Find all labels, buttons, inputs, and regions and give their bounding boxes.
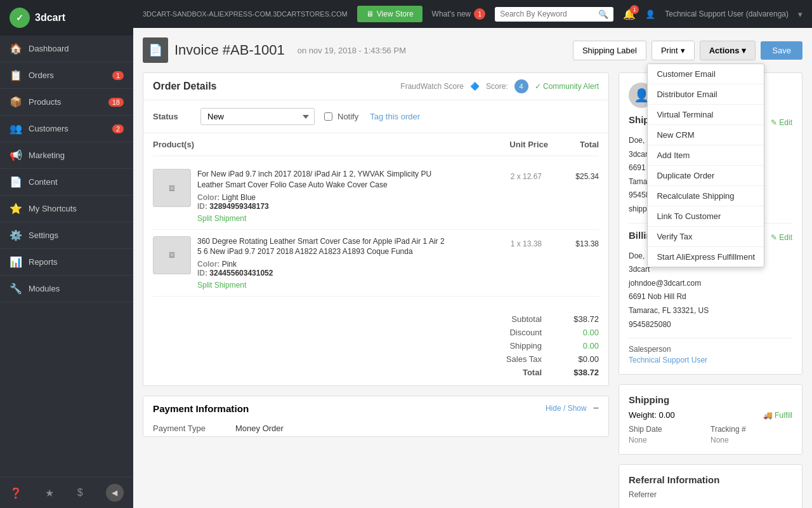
subtotal-label: Subtotal — [466, 314, 542, 324]
actions-dropdown-icon: ▾ — [742, 46, 746, 55]
shipping-card: Shipping Weight: 0.00 🚚 Fulfill Ship Dat… — [619, 384, 802, 455]
actions-button[interactable]: Actions ▾ — [700, 41, 756, 60]
dropdown-item-virtual-terminal[interactable]: Virtual Terminal — [648, 105, 764, 125]
product-details-1: 360 Degree Rotating Leather Smart Cover … — [197, 236, 447, 290]
sidebar-item-orders[interactable]: 📋Orders1 — [0, 62, 133, 89]
dropdown-item-new-crm[interactable]: New CRM — [648, 125, 764, 145]
sidebar-item-shortcuts[interactable]: ⭐My Shortcuts — [0, 196, 133, 222]
discount-value: 0.00 — [554, 328, 599, 337]
sidebar-item-dashboard[interactable]: 🏠Dashboard — [0, 36, 133, 62]
product-color-0: Color: Light Blue — [197, 193, 447, 202]
sidebar-item-label-dashboard: Dashboard — [29, 44, 69, 53]
col-product-header: Product(s) — [153, 140, 459, 149]
collapse-btn[interactable]: ◀ — [106, 484, 124, 502]
product-name-0: For New iPad 9.7 inch 2017 2018/ iPad Ai… — [197, 169, 447, 190]
actions-dropdown-menu: Customer EmailDistributor EmailVirtual T… — [647, 64, 764, 267]
payment-toggle[interactable]: − — [593, 403, 599, 414]
customers-icon: 👥 — [10, 123, 22, 135]
print-button[interactable]: Print ▾ — [652, 41, 695, 60]
sidebar-item-label-modules: Modules — [29, 284, 60, 293]
products-badge: 18 — [108, 98, 124, 107]
view-store-button[interactable]: 🖥 View Store — [357, 6, 422, 22]
search-icon[interactable]: 🔍 — [598, 10, 608, 19]
notify-checkbox[interactable] — [324, 112, 332, 121]
split-shipment-link-0[interactable]: Split Shipment — [197, 214, 246, 223]
sidebar-bottom: ❓ ★ $ ◀ — [0, 477, 133, 508]
sidebar-item-modules[interactable]: 🔧Modules — [0, 276, 133, 302]
sidebar-item-customers[interactable]: 👥Customers2 — [0, 116, 133, 142]
salesperson-value[interactable]: Technical Support User — [629, 356, 792, 364]
billing-edit-link[interactable]: ✎ Edit — [771, 233, 792, 242]
shipping-value: 0.00 — [554, 341, 599, 351]
product-qty-1: 1 x 13.38 — [453, 236, 542, 248]
payment-title: Payment Information — [153, 403, 249, 414]
nav-list: 🏠Dashboard📋Orders1📦Products18👥Customers2… — [0, 36, 133, 302]
logo-area[interactable]: ✓ 3dcart — [0, 0, 133, 36]
help-icon[interactable]: ❓ — [10, 487, 22, 499]
grand-total-label: Total — [466, 368, 542, 377]
products-icon: 📦 — [10, 96, 22, 108]
sidebar-item-marketing[interactable]: 📢Marketing — [0, 142, 133, 169]
product-details-0: For New iPad 9.7 inch 2017 2018/ iPad Ai… — [197, 169, 447, 223]
billing-address-line: 6691 Nob Hill Rd — [629, 290, 792, 304]
split-shipment-link-1[interactable]: Split Shipment — [197, 281, 246, 290]
shortcuts-icon: ⭐ — [10, 203, 22, 215]
modules-icon: 🔧 — [10, 283, 22, 295]
shipping-edit-link[interactable]: ✎ Edit — [771, 118, 792, 127]
sidebar-item-label-content: Content — [29, 177, 58, 187]
hide-show-link[interactable]: Hide / Show — [546, 404, 587, 413]
dropdown-item-verify-tax[interactable]: Verify Tax — [648, 227, 764, 247]
settings-icon: ⚙️ — [10, 229, 22, 241]
search-input[interactable] — [500, 10, 595, 18]
dollar-icon[interactable]: $ — [77, 487, 83, 498]
dropdown-item-link-to-customer[interactable]: Link To Customer — [648, 206, 764, 227]
product-id-0: ID: 32894959348173 — [197, 202, 447, 211]
content-icon: 📄 — [10, 176, 22, 188]
sidebar-item-label-shortcuts: My Shortcuts — [29, 204, 77, 213]
product-id-1: ID: 324455603431052 — [197, 269, 447, 277]
sidebar-item-settings[interactable]: ⚙️Settings — [0, 222, 133, 249]
score-label: Score: — [486, 82, 508, 91]
logo-text: 3dcart — [35, 12, 65, 23]
notify-label: Notify — [337, 112, 358, 121]
sidebar-item-label-customers: Customers — [29, 124, 69, 133]
billing-city: Tamarac, FL 33321, US — [629, 304, 792, 318]
user-name[interactable]: Technical Support User (dalvarenga) — [665, 10, 789, 18]
dropdown-item-start-aliexpress-fulfillment[interactable]: Start AliExpress Fulfillment — [648, 247, 764, 267]
tag-order-link[interactable]: Tag this order — [370, 112, 420, 121]
subtotal-value: $38.72 — [554, 314, 599, 324]
sales-tax-value: $0.00 — [554, 354, 599, 364]
user-dropdown-icon[interactable]: ▾ — [798, 10, 802, 19]
tracking-col: Tracking # None — [710, 425, 792, 444]
invoice-icon: 📄 — [143, 37, 168, 63]
payment-type-row: Payment Type Money Order — [143, 420, 608, 436]
referral-inner: Referral Information Referrer — [619, 465, 802, 508]
shipping-info: Shipping Weight: 0.00 🚚 Fulfill Ship Dat… — [619, 385, 802, 454]
product-image-0: 🖼 — [153, 169, 191, 207]
shipping-label: Shipping — [466, 341, 542, 351]
order-totals: Subtotal $38.72 Discount 0.00 Shipping 0… — [143, 306, 608, 385]
fulfill-button[interactable]: 🚚 Fulfill — [763, 411, 792, 420]
dropdown-item-duplicate-order[interactable]: Duplicate Order — [648, 166, 764, 186]
dropdown-item-customer-email[interactable]: Customer Email — [648, 64, 764, 84]
star-icon[interactable]: ★ — [45, 487, 54, 499]
dropdown-item-distributor-email[interactable]: Distributor Email — [648, 84, 764, 105]
save-button[interactable]: Save — [761, 41, 802, 60]
sidebar-item-products[interactable]: 📦Products18 — [0, 89, 133, 116]
dropdown-item-add-item[interactable]: Add Item — [648, 145, 764, 166]
dashboard-icon: 🏠 — [10, 43, 22, 55]
product-color-1: Color: Pink — [197, 260, 447, 269]
ship-date-tracking-row: Ship Date None Tracking # None — [629, 425, 792, 444]
status-select[interactable]: New — [200, 108, 315, 125]
product-qty-0: 2 x 12.67 — [453, 169, 542, 181]
customers-badge: 2 — [112, 124, 124, 133]
shipping-label-button[interactable]: Shipping Label — [573, 41, 646, 60]
status-label: Status — [153, 112, 191, 121]
whats-new[interactable]: What's new 1 — [432, 8, 486, 20]
sidebar-item-content[interactable]: 📄Content — [0, 169, 133, 196]
dropdown-item-recalculate-shipping[interactable]: Recalculate Shipping — [648, 186, 764, 206]
sidebar-item-reports[interactable]: 📊Reports — [0, 249, 133, 276]
billing-phone: 9545825080 — [629, 318, 792, 332]
store-url: 3DCART-SANDBOX-ALIEXPRESS-COM.3DCARTSTOR… — [143, 10, 348, 18]
payment-card: Payment Information Hide / Show − Paymen… — [143, 396, 609, 437]
